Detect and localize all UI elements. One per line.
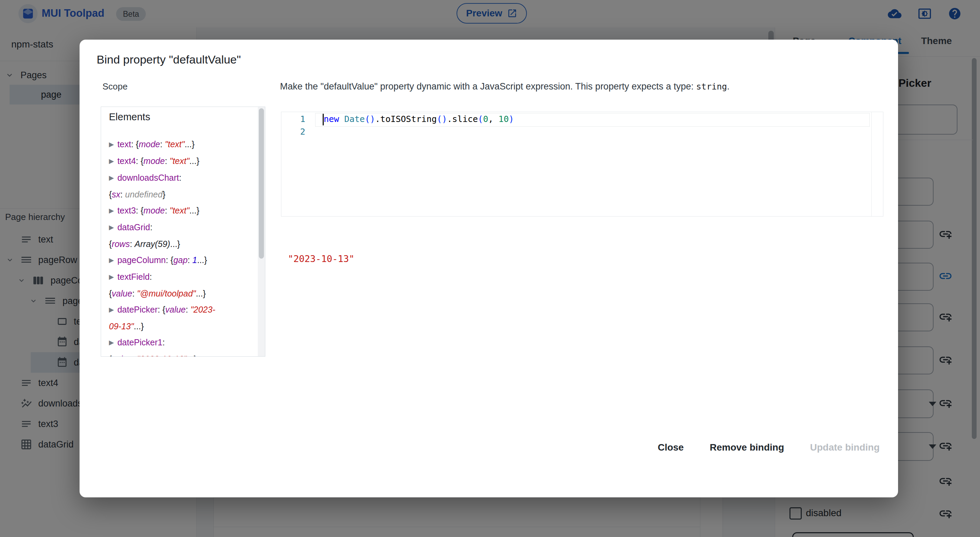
code-token: .slice <box>447 114 478 124</box>
token: mode <box>138 139 160 149</box>
scope-element-1[interactable]: ▶text4: {mode: "text"...} <box>109 153 252 170</box>
evaluated-result: "2023-10-13" <box>288 253 355 264</box>
dialog-actions: Close Remove binding Update binding <box>649 437 888 458</box>
scope-element-4[interactable]: ▶dataGrid:{rows: Array(59)...} <box>109 219 252 252</box>
code-token <box>339 114 344 124</box>
token: value <box>112 288 132 298</box>
token: : <box>132 354 137 357</box>
token: value <box>165 305 186 314</box>
scope-element-7[interactable]: ▶datePicker: {value: "2023-09-13"...} <box>109 302 252 335</box>
token: : { <box>136 206 143 215</box>
token: textField <box>118 272 150 282</box>
expand-triangle-icon[interactable]: ▶ <box>109 202 114 218</box>
token: "text" <box>170 156 189 166</box>
scope-element-2[interactable]: ▶downloadsChart:{sx: undefined} <box>109 170 252 202</box>
token: : <box>165 156 170 166</box>
remove-binding-button[interactable]: Remove binding <box>701 437 793 458</box>
expand-triangle-icon[interactable]: ▶ <box>109 335 114 351</box>
token: sx <box>112 190 120 199</box>
line-number-1: 1 <box>282 114 305 124</box>
scope-element-3[interactable]: ▶text3: {mode: "text"...} <box>109 202 252 219</box>
token: : <box>186 305 191 314</box>
scope-element-line: ▶datePicker: {value: "2023- <box>109 302 252 319</box>
elements-list: ▶text: {mode: "text"...}▶text4: {mode: "… <box>101 136 255 357</box>
dialog-description: Make the "defaultValue" property dynamic… <box>280 81 861 92</box>
code-token: , <box>488 114 498 124</box>
scope-label: Scope <box>102 81 128 92</box>
elements-scrollbar-thumb[interactable] <box>259 108 264 258</box>
scope-element-line: {value: "@mui/toolpad"...} <box>109 285 252 302</box>
scope-element-5[interactable]: ▶pageColumn: {gap: 1...} <box>109 252 252 269</box>
code-token: Date <box>344 114 365 124</box>
token: : <box>130 239 135 249</box>
code-token: ) <box>509 114 514 124</box>
expand-triangle-icon[interactable]: ▶ <box>109 136 114 152</box>
elements-scrollbar[interactable] <box>258 107 265 356</box>
token: pageColumn <box>118 255 166 265</box>
token: ...} <box>170 239 180 249</box>
code-token: new <box>324 114 339 124</box>
token: "2023-10-13" <box>137 354 187 357</box>
close-button[interactable]: Close <box>649 437 692 458</box>
update-binding-button[interactable]: Update binding <box>801 437 888 458</box>
token: datePicker1 <box>118 338 162 347</box>
token: Array(59) <box>135 239 170 249</box>
expand-triangle-icon[interactable]: ▶ <box>109 302 114 318</box>
token: : <box>162 338 165 347</box>
token: datePicker <box>118 305 158 314</box>
token: value <box>112 354 132 357</box>
code-token: ( <box>478 114 483 124</box>
token: : <box>120 190 125 199</box>
code-line-1: new Date().toISOString().slice(0, 10) <box>324 114 514 124</box>
token: ...} <box>185 139 195 149</box>
scope-element-8[interactable]: ▶datePicker1:{value: "2023-10-13"...} <box>109 335 252 357</box>
token: text <box>118 139 131 149</box>
expand-triangle-icon[interactable]: ▶ <box>109 269 114 285</box>
scope-element-line: ▶downloadsChart: <box>109 170 252 186</box>
token: : <box>150 272 152 282</box>
token: mode <box>143 156 165 166</box>
code-token: .toISOString <box>375 114 437 124</box>
token: "text" <box>165 139 185 149</box>
token: ...} <box>189 156 199 166</box>
token: : { <box>158 305 165 314</box>
token: ...} <box>134 322 144 331</box>
code-token: () <box>437 114 447 124</box>
token: text3 <box>118 206 136 215</box>
token: gap <box>173 255 188 265</box>
js-expression-editor[interactable]: 1 2 new Date().toISOString().slice(0, 10… <box>281 112 883 217</box>
type-string: string <box>696 82 727 92</box>
scope-element-6[interactable]: ▶textField:{value: "@mui/toolpad"...} <box>109 269 252 302</box>
scope-element-line: ▶datePicker1: <box>109 335 252 351</box>
token: : <box>150 222 153 232</box>
token: "text" <box>170 206 189 215</box>
elements-header: Elements <box>109 112 150 123</box>
token: : { <box>165 255 173 265</box>
code-token: 10 <box>498 114 509 124</box>
token: "@mui/toolpad" <box>137 288 196 298</box>
token: rows <box>112 239 130 249</box>
token: : { <box>131 139 138 149</box>
scope-element-0[interactable]: ▶text: {mode: "text"...} <box>109 136 252 153</box>
line-number-2: 2 <box>282 127 305 137</box>
expand-triangle-icon[interactable]: ▶ <box>109 219 114 235</box>
token: ...} <box>197 255 207 265</box>
token: : <box>165 206 170 215</box>
token: } <box>162 190 165 199</box>
expand-triangle-icon[interactable]: ▶ <box>109 170 114 186</box>
dialog-title: Bind property "defaultValue" <box>97 53 241 66</box>
token: mode <box>143 206 165 215</box>
expand-triangle-icon[interactable]: ▶ <box>109 153 114 169</box>
code-token: () <box>365 114 375 124</box>
expand-triangle-icon[interactable]: ▶ <box>109 252 114 268</box>
scope-element-line: ▶textField: <box>109 269 252 285</box>
token: : <box>188 255 192 265</box>
scope-element-line: ▶pageColumn: {gap: 1...} <box>109 252 252 269</box>
scope-element-line: ▶text3: {mode: "text"...} <box>109 202 252 219</box>
scope-element-line: ▶text: {mode: "text"...} <box>109 136 252 153</box>
scope-element-line: {sx: undefined} <box>109 186 252 202</box>
token: : <box>179 173 181 182</box>
toolpad-app: MUI Toolpad Beta Preview npm-stats <box>0 0 980 537</box>
scope-element-line: {value: "2023-10-13"...} <box>109 351 252 357</box>
token: 09-13" <box>109 322 134 331</box>
